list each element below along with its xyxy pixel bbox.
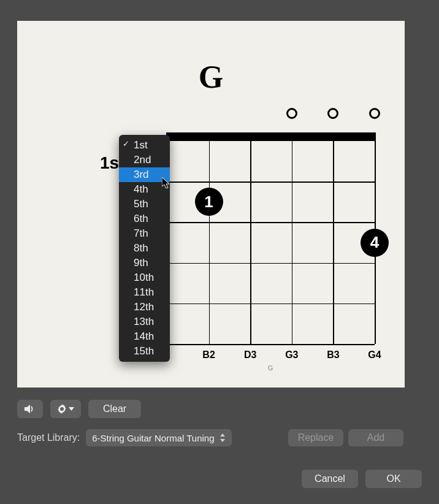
clear-button[interactable]: Clear (88, 400, 141, 418)
fret-dropdown-item[interactable]: 9th (119, 256, 170, 270)
fret-dropdown-item[interactable]: 14th (119, 329, 170, 344)
fret-dropdown-item[interactable]: 3rd (119, 167, 170, 182)
chevron-down-icon (69, 407, 74, 411)
fret-dropdown-item[interactable]: 13th (119, 315, 170, 329)
fretboard-fret (167, 304, 375, 305)
fretboard-string (209, 141, 210, 344)
voicing-label: G (268, 364, 273, 372)
fretboard-fret (167, 263, 375, 264)
fret-position-dropdown[interactable]: 1st2nd3rd4th5th6th7th8th9th10th11th12th1… (119, 135, 170, 362)
fretboard-string (292, 141, 293, 344)
fret-dropdown-item[interactable]: 5th (119, 197, 170, 212)
chord-name: G (199, 59, 223, 95)
fretboard-fret (167, 222, 375, 223)
string-note-label: B2 (202, 349, 215, 361)
svg-marker-3 (220, 433, 225, 437)
gear-icon (57, 404, 67, 414)
string-note-label: G4 (368, 349, 381, 361)
open-string-marker[interactable] (369, 108, 380, 119)
svg-marker-4 (220, 439, 225, 442)
play-sound-button[interactable] (17, 400, 43, 418)
string-note-label: D3 (244, 349, 256, 361)
fret-dropdown-item[interactable]: 15th (119, 344, 170, 359)
dialog-buttons: Cancel OK (302, 470, 422, 488)
target-library-row: Target Library: 6-String Guitar Normal T… (17, 429, 232, 446)
fret-dropdown-item[interactable]: 6th (119, 212, 170, 226)
finger-marker[interactable]: 4 (361, 229, 389, 257)
toolbar: Clear (17, 400, 141, 418)
string-note-label: B3 (327, 349, 339, 361)
target-library-value: 6-String Guitar Normal Tuning (92, 433, 214, 443)
speaker-icon (25, 404, 36, 414)
target-library-select[interactable]: 6-String Guitar Normal Tuning (86, 429, 231, 446)
fret-dropdown-item[interactable]: 7th (119, 226, 170, 241)
chord-editor-canvas: G 14 1st G B2D3G3B3G4 (17, 21, 405, 388)
fret-dropdown-item[interactable]: 12th (119, 300, 170, 315)
add-button[interactable]: Add (348, 429, 403, 446)
target-library-label: Target Library: (17, 432, 80, 443)
svg-marker-1 (25, 405, 30, 413)
ok-button[interactable]: OK (365, 470, 422, 488)
fret-dropdown-item[interactable]: 8th (119, 241, 170, 256)
cancel-button[interactable]: Cancel (302, 470, 358, 488)
fret-dropdown-item[interactable]: 11th (119, 285, 170, 300)
finger-marker[interactable]: 1 (195, 188, 223, 216)
fret-dropdown-item[interactable]: 1st (119, 138, 170, 153)
select-updown-icon (220, 433, 226, 442)
settings-button[interactable] (50, 400, 81, 418)
fretboard-nut (166, 132, 376, 141)
fret-dropdown-item[interactable]: 2nd (119, 153, 170, 167)
fretboard-string (333, 141, 334, 344)
string-note-label: G3 (285, 349, 298, 361)
open-string-marker[interactable] (286, 108, 297, 119)
svg-marker-2 (69, 407, 74, 411)
fret-dropdown-item[interactable]: 10th (119, 270, 170, 285)
replace-button[interactable]: Replace (288, 429, 343, 446)
fretboard-fret (167, 344, 375, 345)
open-string-marker[interactable] (327, 108, 338, 119)
fretboard[interactable]: 14 (167, 132, 375, 344)
fretboard-string (250, 141, 251, 344)
fret-dropdown-item[interactable]: 4th (119, 182, 170, 197)
fretboard-fret (167, 181, 375, 183)
